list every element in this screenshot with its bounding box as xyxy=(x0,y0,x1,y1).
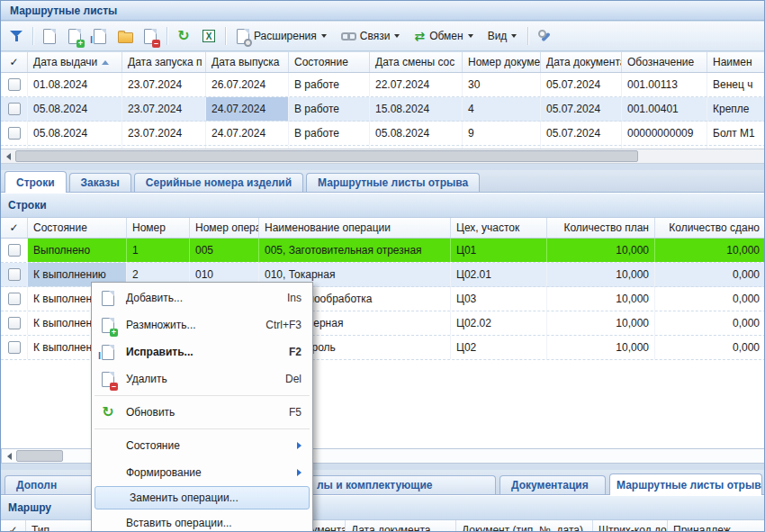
column-header[interactable]: Номер докуме xyxy=(463,52,541,72)
cell[interactable]: 05.07.2024 xyxy=(541,122,622,145)
menu-item[interactable]: Вставить операции... xyxy=(92,509,312,532)
select-all-column-header[interactable]: ✓ xyxy=(1,218,28,238)
add-button[interactable] xyxy=(38,25,61,47)
column-header[interactable]: Цех, участок xyxy=(451,218,547,238)
cell[interactable]: Ц02.01 xyxy=(451,263,547,286)
row-checkbox-cell[interactable] xyxy=(1,336,28,359)
cell[interactable]: 10,000 xyxy=(655,239,765,262)
filter-button[interactable] xyxy=(4,25,28,47)
scrollbar-thumb[interactable] xyxy=(16,450,63,462)
row-checkbox-cell[interactable] xyxy=(1,311,28,335)
row-checkbox-cell[interactable] xyxy=(1,73,28,96)
column-header[interactable]: Состояние xyxy=(289,52,370,72)
scroll-left-button[interactable] xyxy=(2,449,16,463)
column-header[interactable]: Количество план xyxy=(547,218,655,238)
column-header[interactable]: Количество сдано xyxy=(655,218,765,238)
view-menu-button[interactable]: Вид xyxy=(482,25,524,47)
cell[interactable]: 0,000 xyxy=(655,287,765,311)
cell[interactable]: 24.07.2024 xyxy=(206,122,289,145)
cell[interactable]: 9 xyxy=(463,122,541,145)
cell[interactable]: 05.08.2024 xyxy=(28,97,122,121)
cell[interactable]: 10,000 xyxy=(547,287,655,311)
column-header[interactable]: Наименование операции xyxy=(259,218,451,238)
tab-tear-off-route-sheets-bottom[interactable]: Маршрутные листы отрыва xyxy=(609,473,762,495)
settings-button[interactable] xyxy=(533,25,556,47)
cell[interactable]: В работе xyxy=(289,122,370,145)
tab-dopolnitelno[interactable]: Дополн xyxy=(4,475,104,494)
cell[interactable]: В работе xyxy=(289,73,370,96)
scroll-left-button[interactable] xyxy=(1,149,15,163)
menu-item[interactable]: ↻ОбновитьF5 xyxy=(92,399,312,426)
cell[interactable]: 10,000 xyxy=(547,239,655,262)
cell[interactable]: 23.07.2024 xyxy=(122,122,206,145)
tab-stroki[interactable]: Строки xyxy=(4,171,67,193)
tab-tear-off-route-sheets[interactable]: Маршрутные листы отрыва xyxy=(306,173,480,192)
cell[interactable]: 05.08.2024 xyxy=(370,122,463,145)
cell[interactable]: Венец ч xyxy=(707,73,765,96)
column-header[interactable]: Документ (тип, №, дата) xyxy=(456,520,593,532)
menu-item[interactable]: Состояние xyxy=(92,432,312,459)
edit-button[interactable] xyxy=(88,25,112,47)
cell[interactable]: 0,000 xyxy=(655,311,765,335)
column-header[interactable]: Наимен xyxy=(707,52,765,72)
row-checkbox-cell[interactable] xyxy=(1,287,28,311)
column-header[interactable]: Номер опера xyxy=(190,218,259,238)
column-header[interactable]: Дата документа xyxy=(346,520,456,532)
cell[interactable]: В работе xyxy=(289,97,370,121)
column-header[interactable]: Штрих-код докуме xyxy=(593,520,668,532)
column-header[interactable]: Дата выдачи xyxy=(28,52,122,72)
row-checkbox[interactable] xyxy=(8,103,21,115)
refresh-button[interactable]: ↻ xyxy=(172,25,195,47)
cell[interactable]: 001.00113 xyxy=(622,73,707,96)
column-header[interactable]: Дата запуска п xyxy=(122,52,206,72)
row-checkbox[interactable] xyxy=(8,244,21,257)
cell[interactable]: 1 xyxy=(127,239,190,262)
cell[interactable]: Ц02 xyxy=(451,336,547,359)
cell[interactable]: 23.07.2024 xyxy=(122,97,206,121)
cell[interactable]: Выполнено xyxy=(28,239,127,262)
menu-item[interactable]: Формирование xyxy=(92,459,312,486)
column-header[interactable]: Состояние xyxy=(28,218,127,238)
cell[interactable]: 01.08.2024 xyxy=(28,73,122,96)
exchange-menu-button[interactable]: ⇄ Обмен xyxy=(408,25,479,47)
row-checkbox[interactable] xyxy=(8,317,21,329)
route-sheet-row[interactable]: 05.08.202423.07.202424.07.2024В работе05… xyxy=(1,122,765,146)
cell[interactable]: 23.07.2024 xyxy=(122,73,206,96)
cell[interactable]: 24.07.2024 xyxy=(206,97,289,121)
cell[interactable]: 0,000 xyxy=(655,336,765,359)
cell[interactable]: 15.08.2024 xyxy=(370,97,463,121)
row-checkbox-cell[interactable] xyxy=(1,122,28,145)
cell[interactable]: 10,000 xyxy=(547,263,655,286)
row-checkbox[interactable] xyxy=(8,78,21,91)
tab-materials-components[interactable]: лы и комплектующие xyxy=(305,475,496,494)
operation-row[interactable]: Выполнено1005005, Заготовительная отрезн… xyxy=(1,239,765,263)
row-checkbox[interactable] xyxy=(8,268,21,281)
row-checkbox-cell[interactable] xyxy=(1,239,28,262)
cell[interactable]: Крепле xyxy=(707,97,765,121)
column-header[interactable]: Принадлеж xyxy=(668,520,765,532)
cell[interactable]: 10,000 xyxy=(547,311,655,335)
row-checkbox-cell[interactable] xyxy=(1,97,28,121)
cell[interactable]: 10,000 xyxy=(547,336,655,359)
menu-item[interactable]: УдалитьDel xyxy=(92,365,312,392)
column-header[interactable]: Дата документа xyxy=(541,52,622,72)
tab-zakazy[interactable]: Заказы xyxy=(69,173,131,192)
excel-export-button[interactable] xyxy=(197,25,220,47)
tab-serial-numbers[interactable]: Серийные номера изделий xyxy=(134,173,303,192)
menu-item[interactable]: Заменить операции... xyxy=(94,486,310,509)
menu-item[interactable]: Добавить...Ins xyxy=(92,284,312,311)
cell[interactable]: Ц02.02 xyxy=(451,311,547,335)
cell[interactable]: 00000000009 xyxy=(622,122,707,145)
cell[interactable]: Ц01 xyxy=(451,239,547,262)
cell[interactable]: Ц03 xyxy=(451,287,547,311)
cell[interactable]: 30 xyxy=(463,73,541,96)
cell[interactable]: 26.07.2024 xyxy=(206,73,289,96)
cell[interactable]: 001.00401 xyxy=(622,97,707,121)
column-header[interactable]: Номер xyxy=(127,218,190,238)
cell[interactable]: 0,000 xyxy=(655,263,765,286)
row-checkbox[interactable] xyxy=(8,127,21,140)
route-sheet-row[interactable]: 05.08.202423.07.202424.07.2024В работе15… xyxy=(1,97,765,122)
route-table-hscrollbar[interactable] xyxy=(1,149,765,164)
cell[interactable]: 05.07.2024 xyxy=(541,97,622,121)
tab-documentation[interactable]: Документация xyxy=(500,475,606,494)
